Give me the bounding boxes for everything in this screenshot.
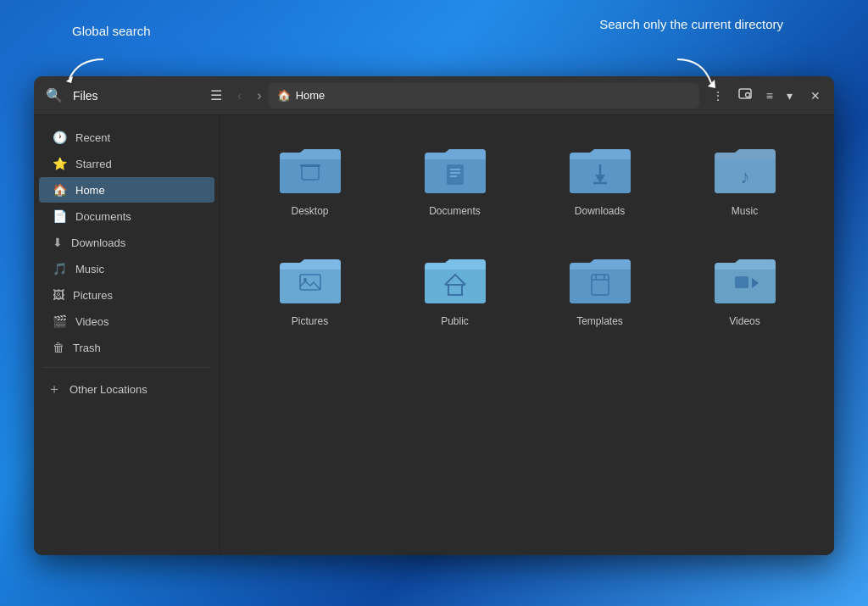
location-home-icon: 🏠 [277,89,291,102]
folder-public[interactable]: Public [391,242,519,336]
folder-public-icon [421,251,489,309]
sidebar-item-recent[interactable]: 🕐 Recent [39,125,214,150]
sidebar-item-music[interactable]: 🎵 Music [39,256,214,281]
sidebar-label-other-locations: Other Locations [70,383,147,396]
sidebar-item-home[interactable]: 🏠 Home [39,177,214,203]
folder-templates-label: Templates [576,315,623,327]
svg-text:♪: ♪ [740,166,749,187]
sidebar-label-starred: Starred [75,158,112,170]
search-current-dir-button[interactable] [732,83,759,108]
close-button[interactable]: ✕ [804,86,827,106]
starred-icon: ⭐ [53,157,67,170]
folder-templates[interactable]: Templates [536,242,664,336]
sidebar-item-documents[interactable]: 📄 Documents [39,203,214,229]
folder-music[interactable]: ♪ Music [681,132,809,225]
sidebar-label-music: Music [75,263,104,275]
folder-videos[interactable]: Videos [681,242,809,336]
sidebar-item-pictures[interactable]: 🖼 Pictures [39,282,214,308]
header-actions: ⋮ ≡ ▾ ✕ [706,83,827,108]
folder-desktop-label: Desktop [291,205,328,217]
location-bar[interactable]: 🏠 Home [269,83,699,108]
forward-button[interactable]: › [250,85,268,107]
sidebar-label-videos: Videos [75,315,109,328]
folder-videos-icon [711,251,779,309]
folder-music-icon: ♪ [711,141,779,198]
sidebar-label-recent: Recent [75,131,110,144]
sidebar-label-home: Home [75,184,105,197]
search-dir-icon [737,86,753,102]
sidebar-item-trash[interactable]: 🗑 Trash [39,335,214,360]
list-view-button[interactable]: ≡ [760,86,779,106]
back-button[interactable]: ‹ [231,85,248,107]
header-left: 🔍 Files ☰ [41,84,227,107]
folder-desktop-icon [276,141,344,198]
svg-point-3 [745,93,749,97]
svg-rect-6 [300,164,320,167]
recent-icon: 🕐 [53,131,67,144]
pictures-icon: 🖼 [53,288,64,302]
videos-icon: 🎬 [53,314,67,328]
navigation-buttons: ‹ › [231,85,269,107]
folder-pictures-label: Pictures [292,315,328,327]
folder-desktop[interactable]: Desktop [246,132,374,225]
sidebar: 🕐 Recent ⭐ Starred 🏠 Home 📄 Documents ⬇ … [34,115,220,555]
sidebar-label-trash: Trash [73,342,101,354]
svg-rect-7 [447,164,464,185]
sidebar-item-downloads[interactable]: ⬇ Downloads [39,230,214,255]
folder-documents[interactable]: Documents [391,132,519,225]
app-title: Files [73,89,200,103]
global-search-button[interactable]: 🔍 [41,84,68,107]
sidebar-item-other-locations[interactable]: ＋ Other Locations [34,375,220,404]
plus-icon: ＋ [47,381,61,398]
documents-icon: 📄 [53,209,67,223]
svg-rect-22 [735,276,748,288]
menu-button[interactable]: ☰ [205,84,227,107]
sidebar-label-pictures: Pictures [73,289,113,302]
trash-icon: 🗑 [53,341,64,354]
kebab-menu-button[interactable]: ⋮ [706,86,730,106]
folder-documents-icon [421,141,489,198]
home-icon: 🏠 [53,183,67,197]
location-text: Home [296,89,326,102]
downloads-icon: ⬇ [53,236,63,249]
folder-videos-label: Videos [729,315,760,327]
folder-pictures[interactable]: Pictures [246,242,374,336]
file-manager-window: 🔍 Files ☰ ‹ › 🏠 Home ⋮ ≡ ▾ ✕ [34,76,834,555]
view-options-button[interactable]: ▾ [781,86,798,106]
window-body: 🕐 Recent ⭐ Starred 🏠 Home 📄 Documents ⬇ … [34,115,834,555]
folder-downloads[interactable]: Downloads [536,132,664,225]
sidebar-label-downloads: Downloads [71,236,125,249]
folder-documents-label: Documents [429,205,481,217]
folder-downloads-icon [566,141,634,198]
folder-public-label: Public [441,315,469,327]
sidebar-label-documents: Documents [75,210,131,223]
header: 🔍 Files ☰ ‹ › 🏠 Home ⋮ ≡ ▾ ✕ [34,76,834,115]
music-icon: 🎵 [53,262,67,275]
folder-pictures-icon [276,251,344,309]
main-content: Desktop Documents [220,115,834,555]
sidebar-item-videos[interactable]: 🎬 Videos [39,309,214,334]
folder-music-label: Music [732,205,758,217]
folder-downloads-label: Downloads [575,205,625,217]
sidebar-item-starred[interactable]: ⭐ Starred [39,151,214,176]
folder-templates-icon [566,251,634,309]
sidebar-divider [42,367,211,368]
folders-grid: Desktop Documents [246,132,809,336]
